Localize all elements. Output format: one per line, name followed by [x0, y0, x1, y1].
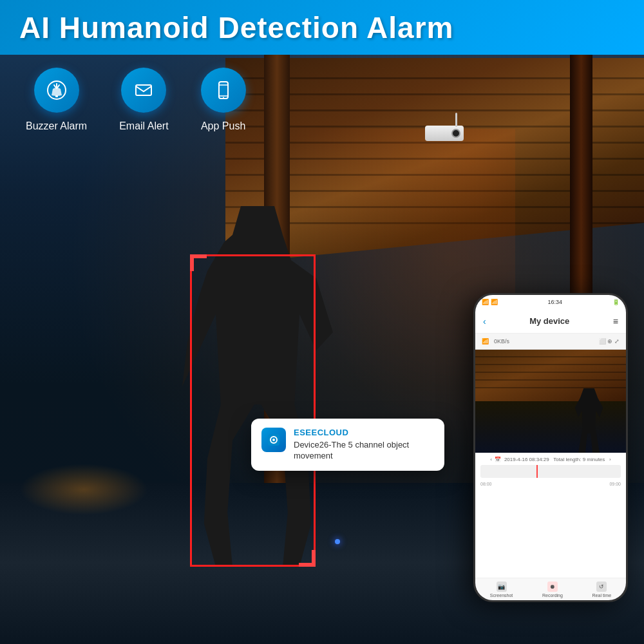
- svg-point-2: [55, 86, 58, 89]
- screenshot-button[interactable]: 📷 Screenshot: [490, 582, 513, 598]
- alarm-icons-section: Buzzer Alarm Email Alert App Push: [26, 68, 246, 132]
- timeline-length: Total length: 9 minutes: [553, 457, 605, 462]
- camera-lens: [451, 129, 460, 138]
- mini-slat: [475, 364, 626, 365]
- realtime-label: Real time: [592, 593, 612, 598]
- timeline-nav-prev[interactable]: ‹: [490, 457, 492, 462]
- phone-time: 16:34: [547, 299, 562, 305]
- notification-content: ESEECLOUD Device26-The 5 channel object …: [294, 428, 434, 462]
- timeline-end-time: 09:00: [609, 482, 621, 486]
- camera-device: [425, 126, 464, 141]
- realtime-icon: ↺: [596, 582, 607, 592]
- timeline-position-indicator: [536, 465, 538, 478]
- phone-sub-bar: 📶 0KB/s ⬜ ⊕ ⤢: [475, 334, 626, 350]
- phone-mockup: 📶 📶 16:34 🔋 ‹ My device ≡ 📶 0KB/s ⬜ ⊕ ⤢: [473, 293, 628, 602]
- app-push-item: App Push: [201, 68, 246, 132]
- phone-nav-bar: ‹ My device ≡: [475, 309, 626, 334]
- camera-body: [425, 126, 464, 141]
- timeline-date: 2019-4-16 08:34:29: [504, 457, 549, 462]
- phone-video-area: [475, 350, 626, 453]
- phone-screen: 📶 📶 16:34 🔋 ‹ My device ≡ 📶 0KB/s ⬜ ⊕ ⤢: [475, 295, 626, 600]
- mini-ceiling-art: [475, 350, 626, 401]
- recording-label: Recording: [542, 593, 563, 598]
- email-icon: [132, 79, 155, 102]
- phone-signal-icons: 📶 📶: [482, 299, 498, 305]
- buzzer-icon: [45, 79, 68, 102]
- smartphone-icon: [212, 79, 235, 102]
- city-lights: [19, 464, 148, 515]
- svg-rect-3: [136, 85, 151, 95]
- notification-app-name: ESEECLOUD: [294, 428, 434, 437]
- notification-message: Device26-The 5 channel object movement: [294, 440, 434, 462]
- phone-speed: 0KB/s: [494, 338, 509, 345]
- svg-point-7: [223, 97, 224, 99]
- phone-nav-title: My device: [529, 316, 569, 326]
- header-bar: AI Humanoid Detection Alarm: [0, 0, 644, 55]
- mini-slat: [475, 372, 626, 373]
- phone-timeline-header: ‹ 📅 2019-4-16 08:34:29 Total length: 9 m…: [480, 457, 621, 462]
- eseecloud-icon: [267, 433, 281, 447]
- main-container: AI Humanoid Detection Alarm Buzzer Alarm: [0, 0, 644, 644]
- buzzer-icon-circle: [34, 68, 79, 113]
- recording-icon: ⏺: [547, 582, 558, 592]
- phone-menu-icon[interactable]: ≡: [613, 316, 618, 327]
- phone-back-icon[interactable]: ‹: [483, 316, 486, 327]
- mini-slat: [475, 379, 626, 381]
- timeline-nav-next[interactable]: ›: [609, 457, 611, 462]
- email-alert-item: Email Alert: [119, 68, 168, 132]
- email-alert-label: Email Alert: [119, 120, 168, 132]
- app-push-label: App Push: [201, 120, 245, 132]
- recording-button[interactable]: ⏺ Recording: [542, 582, 563, 598]
- mini-slat: [475, 387, 626, 388]
- realtime-button[interactable]: ↺ Real time: [592, 582, 612, 598]
- app-push-icon-circle: [201, 68, 246, 113]
- buzzer-alarm-item: Buzzer Alarm: [26, 68, 87, 132]
- phone-bottom-bar: 📷 Screenshot ⏺ Recording ↺ Real time: [475, 578, 626, 600]
- timeline-bar[interactable]: [480, 465, 621, 478]
- page-title: AI Humanoid Detection Alarm: [19, 10, 453, 45]
- timeline-labels: 08:00 09:00: [480, 482, 621, 486]
- notification-popup: ESEECLOUD Device26-The 5 channel object …: [251, 419, 444, 471]
- camera-antenna: [455, 113, 457, 127]
- detection-box: [190, 254, 316, 567]
- phone-timeline-area: ‹ 📅 2019-4-16 08:34:29 Total length: 9 m…: [475, 453, 626, 578]
- phone-wifi-icon: 📶: [482, 338, 489, 345]
- screenshot-label: Screenshot: [490, 593, 513, 598]
- phone-status-bar: 📶 📶 16:34 🔋: [475, 295, 626, 309]
- screenshot-icon: 📷: [497, 582, 507, 592]
- timeline-start-time: 08:00: [480, 482, 492, 486]
- mini-slat: [475, 356, 626, 357]
- svg-rect-1: [55, 95, 58, 97]
- buzzer-alarm-label: Buzzer Alarm: [26, 120, 87, 132]
- phone-action-icons: ⬜ ⊕ ⤢: [599, 338, 620, 345]
- notification-app-icon: [261, 428, 286, 452]
- svg-point-10: [272, 439, 275, 441]
- email-icon-circle: [121, 68, 166, 113]
- phone-battery-icons: 🔋: [612, 299, 620, 305]
